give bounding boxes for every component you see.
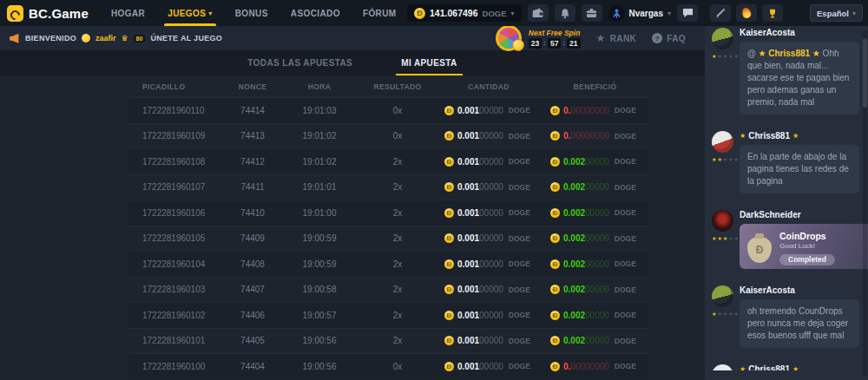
table-row[interactable]: 17222819601107441419:01:030xÐ0.00100000D… (128, 97, 648, 123)
timer-hours: 23 (529, 38, 542, 49)
username-text: KaiserAcosta (740, 285, 795, 295)
chevron-down-icon: ▾ (208, 10, 212, 17)
bet-hash[interactable]: 1722281960101 (128, 336, 226, 345)
user-menu[interactable]: Nvargas ▾ (608, 5, 671, 22)
bet-hash[interactable]: 1722281960110 (128, 106, 226, 115)
amount-zeros: 00000 (479, 311, 503, 320)
star-icon: ★ (734, 54, 740, 59)
bet-time: 19:00:58 (279, 285, 359, 294)
chat-sidebar: Español ▾ ★★★★★KaiserAcosta@ ★ Chriss881… (705, 0, 868, 380)
completed-button[interactable]: Completed (779, 254, 835, 265)
bet-hash[interactable]: 1722281960109 (128, 131, 226, 141)
faq-link[interactable]: ? FAQ (652, 33, 686, 43)
mention-link[interactable]: ★ Chriss881 ★ (759, 49, 823, 58)
bet-hash[interactable]: 1722281960107 (128, 182, 226, 192)
amount-value: 0.00100000 (457, 259, 503, 269)
bet-hash[interactable]: 1722281960104 (128, 259, 226, 269)
bet-hash[interactable]: 1722281960106 (128, 208, 226, 218)
column-header-amount: CANTIDAD (436, 82, 542, 91)
doge-coin-icon: Ð (444, 285, 454, 294)
bet-hash[interactable]: 1722281960108 (128, 157, 226, 167)
amount-currency: DOGE (509, 132, 530, 141)
balance-currency: DOGE (483, 9, 507, 18)
profit-zeros: 00000 (585, 336, 609, 345)
bet-profit: Ð0.00000000DOGE (542, 131, 648, 141)
balance-selector[interactable]: Ð 141.067496 DOGE ▾ (407, 4, 521, 22)
coin-symbol: Ð (756, 244, 764, 256)
bet-result: 0x (359, 131, 436, 141)
table-row[interactable]: 17222819601077441119:01:012xÐ0.00100000D… (128, 174, 648, 200)
amount-main: 0.001 (457, 259, 479, 269)
table-row[interactable]: 17222819601097441319:01:020xÐ0.00100000D… (128, 123, 648, 149)
bet-result: 2x (359, 336, 436, 345)
table-row[interactable]: 17222819601037440719:00:582xÐ0.00100000D… (128, 277, 648, 303)
amount-main: 0.001 (457, 157, 479, 167)
profit-currency: DOGE (615, 337, 636, 345)
nav-item-bonus[interactable]: BONUS (235, 0, 268, 26)
username-text: DarkSchneider (740, 210, 801, 219)
coindrops-card[interactable]: ÐCoinDropsGood Luck!Completed18:58 (740, 224, 868, 269)
message-text: En la parte de abajo de la pagina tienes… (747, 152, 849, 186)
nav-item-juegos[interactable]: JUEGOS▾ (168, 0, 213, 26)
table-row[interactable]: 17222819601017440519:00:562xÐ0.00100000D… (128, 328, 648, 354)
bet-hash[interactable]: 1722281960102 (128, 311, 226, 320)
profit-value: 0.00200000 (563, 157, 609, 167)
rank-link[interactable]: ★ RANK (596, 32, 637, 44)
chat-scrollbar-thumb[interactable] (863, 38, 867, 108)
profit-main: 0.002 (563, 208, 585, 218)
notifications-button[interactable] (555, 4, 575, 22)
bet-hash[interactable]: 1722281960105 (128, 233, 226, 243)
avatar[interactable] (712, 210, 733, 232)
avatar[interactable] (712, 285, 733, 307)
chat-username[interactable]: KaiserAcosta (740, 28, 859, 37)
profit-currency: DOGE (615, 132, 636, 141)
chat-message-left: ★★★★★ (712, 285, 740, 353)
chat-message: ★★★★★KaiserAcosta@ ★ Chriss881 ★ Ohh que… (712, 28, 859, 120)
tab-todas-las-apuestas[interactable]: TODAS LAS APUESTAS (242, 50, 358, 75)
balance-amount: 141.067496 (430, 8, 477, 18)
bet-hash[interactable]: 1722281960103 (128, 285, 226, 294)
bet-time: 19:01:02 (279, 157, 359, 167)
table-row[interactable]: 17222819601057440919:00:592xÐ0.00100000D… (128, 226, 648, 252)
chat-username[interactable]: ★Chriss881★ (740, 364, 859, 370)
table-row[interactable]: 17222819601087441219:01:022xÐ0.00100000D… (128, 148, 648, 174)
amount-currency: DOGE (509, 362, 530, 370)
amount-main: 0.001 (457, 285, 479, 294)
wallet-button[interactable] (528, 4, 549, 22)
bcgame-logo[interactable]: BC.Game (7, 5, 89, 22)
chat-username[interactable]: KaiserAcosta (740, 285, 859, 295)
chat-username[interactable]: ★Chriss881★ (740, 131, 859, 141)
app-root: BC.Game HOGARJUEGOS▾BONUSASOCIADOFÓRUM Ð… (0, 0, 868, 380)
free-spin-widget[interactable]: Next Free Spin 23 : 57 : 21 (496, 29, 581, 49)
bet-hash[interactable]: 1722281960100 (128, 362, 226, 371)
vault-button[interactable] (582, 4, 602, 22)
tab-mi-apuesta[interactable]: MI APUESTA (396, 50, 463, 75)
table-row[interactable]: 17222819601067441019:01:002xÐ0.00100000D… (128, 200, 648, 226)
doge-coin-icon: Ð (444, 362, 454, 371)
table-row[interactable]: 17222819601047440819:00:592xÐ0.00100000D… (128, 251, 648, 277)
welcomed-username[interactable]: zaafir (95, 34, 116, 43)
user-star-rating: ★★★★★ (712, 156, 740, 162)
chat-message-content: ★Chriss881★@KaiserAcosta Royal flush es … (740, 364, 859, 370)
bet-result: 2x (359, 311, 436, 320)
nav-item-asociado[interactable]: ASOCIADO (291, 0, 340, 26)
table-row[interactable]: 17222819601027440619:00:572xÐ0.00100000D… (128, 302, 648, 328)
nav-item-hogar[interactable]: HOGAR (111, 0, 145, 26)
bet-result: 2x (359, 182, 436, 192)
column-header-nonce: NONCE (226, 82, 279, 91)
doge-coin-icon: Ð (444, 157, 454, 167)
chat-toggle-button[interactable] (677, 4, 698, 22)
rank-star-icon: ★ (596, 32, 606, 44)
nav-item-fórum[interactable]: FÓRUM (363, 0, 397, 26)
chat-message-content: KaiserAcostaoh tremendo CounDrops pero n… (740, 285, 859, 353)
avatar[interactable] (712, 131, 733, 153)
amount-currency: DOGE (509, 208, 530, 217)
avatar[interactable] (712, 364, 733, 370)
amount-value: 0.00100000 (457, 131, 503, 141)
star-icon: ★ (792, 132, 799, 140)
chat-message-left: ★★★★★ (712, 28, 740, 120)
chat-username[interactable]: DarkSchneider (740, 210, 859, 219)
avatar[interactable] (712, 28, 733, 49)
chevron-down-icon: ▾ (511, 10, 515, 17)
table-row[interactable]: 17222819601007440419:00:560xÐ0.00100000D… (128, 353, 648, 379)
